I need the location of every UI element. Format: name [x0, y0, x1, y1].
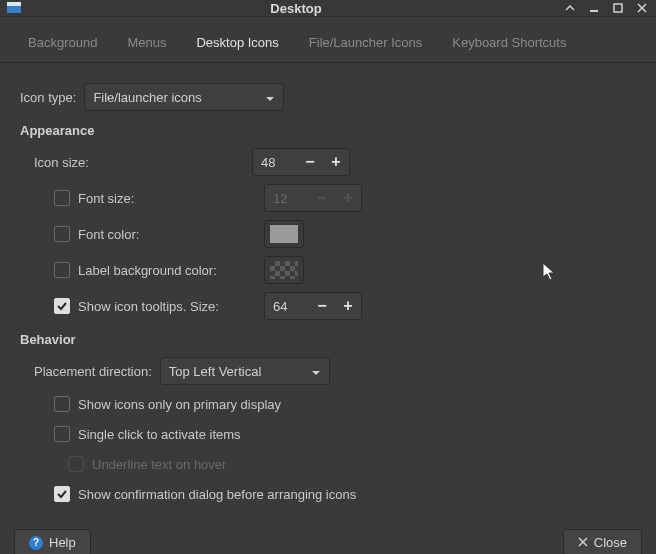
svg-rect-1	[7, 2, 21, 6]
window-title: Desktop	[30, 1, 562, 16]
titlebar: Desktop	[0, 0, 656, 17]
font-color-preview	[270, 225, 298, 243]
primary-display-row: Show icons only on primary display	[20, 389, 636, 419]
icon-size-increment[interactable]: +	[323, 149, 349, 175]
icon-size-spinner[interactable]: 48 − +	[252, 148, 350, 176]
icon-size-value[interactable]: 48	[253, 149, 297, 175]
tooltips-checkbox[interactable]	[54, 298, 70, 314]
tooltips-size-increment[interactable]: +	[335, 293, 361, 319]
tab-keyboard-shortcuts[interactable]: Keyboard Shortcuts	[438, 27, 580, 62]
confirm-arrange-row: Show confirmation dialog before arrangin…	[20, 479, 636, 509]
placement-label: Placement direction:	[34, 364, 152, 379]
maximize-button[interactable]	[610, 0, 626, 16]
font-size-value: 12	[265, 185, 309, 211]
tooltips-size-spinner[interactable]: 64 − +	[264, 292, 362, 320]
single-click-label: Single click to activate items	[78, 427, 241, 442]
font-size-decrement: −	[309, 185, 335, 211]
icon-size-decrement[interactable]: −	[297, 149, 323, 175]
placement-row: Placement direction: Top Left Vertical	[20, 353, 636, 389]
tooltips-size-value[interactable]: 64	[265, 293, 309, 319]
close-button[interactable]	[634, 0, 650, 16]
footer: ? Help Close	[0, 519, 656, 554]
help-icon: ?	[29, 536, 43, 550]
tab-desktop-icons[interactable]: Desktop Icons	[182, 27, 292, 62]
caret-down-icon	[265, 90, 275, 105]
behavior-heading: Behavior	[20, 332, 636, 347]
label-bg-preview	[270, 261, 298, 279]
underline-hover-checkbox	[68, 456, 84, 472]
close-button-label: Close	[594, 535, 627, 550]
font-size-label: Font size:	[78, 191, 256, 206]
close-dialog-button[interactable]: Close	[563, 529, 642, 554]
confirm-arrange-label: Show confirmation dialog before arrangin…	[78, 487, 356, 502]
tooltips-size-decrement[interactable]: −	[309, 293, 335, 319]
label-bg-label: Label background color:	[78, 263, 256, 278]
window-controls	[562, 0, 650, 16]
icon-type-row: Icon type: File/launcher icons	[20, 79, 636, 115]
icon-type-select[interactable]: File/launcher icons	[84, 83, 284, 111]
label-bg-checkbox[interactable]	[54, 262, 70, 278]
svg-rect-3	[614, 4, 622, 12]
label-bg-row: Label background color:	[20, 252, 636, 288]
placement-select[interactable]: Top Left Vertical	[160, 357, 330, 385]
font-size-row: Font size: 12 − +	[20, 180, 636, 216]
font-color-checkbox[interactable]	[54, 226, 70, 242]
icon-type-value: File/launcher icons	[93, 90, 201, 105]
font-color-label: Font color:	[78, 227, 256, 242]
content-area: Icon type: File/launcher icons Appearanc…	[0, 63, 656, 519]
icon-size-row: Icon size: 48 − +	[20, 144, 636, 180]
minimize-button[interactable]	[586, 0, 602, 16]
rollup-button[interactable]	[562, 0, 578, 16]
desktop-settings-window: Desktop Background Menus Desktop Icons F…	[0, 0, 656, 554]
tooltips-label: Show icon tooltips. Size:	[78, 299, 256, 314]
icon-type-label: Icon type:	[20, 90, 76, 105]
label-bg-swatch[interactable]	[264, 256, 304, 284]
font-size-checkbox[interactable]	[54, 190, 70, 206]
help-button-label: Help	[49, 535, 76, 550]
single-click-row: Single click to activate items	[20, 419, 636, 449]
help-button[interactable]: ? Help	[14, 529, 91, 554]
appearance-heading: Appearance	[20, 123, 636, 138]
primary-display-checkbox[interactable]	[54, 396, 70, 412]
confirm-arrange-checkbox[interactable]	[54, 486, 70, 502]
caret-down-icon	[311, 364, 321, 379]
app-icon	[6, 0, 22, 16]
font-color-swatch[interactable]	[264, 220, 304, 248]
font-size-increment: +	[335, 185, 361, 211]
tab-background[interactable]: Background	[14, 27, 111, 62]
tab-file-launcher-icons[interactable]: File/Launcher Icons	[295, 27, 436, 62]
close-icon	[578, 535, 588, 550]
tab-bar: Background Menus Desktop Icons File/Laun…	[0, 17, 656, 63]
single-click-checkbox[interactable]	[54, 426, 70, 442]
underline-hover-row: Underline text on hover	[20, 449, 636, 479]
placement-value: Top Left Vertical	[169, 364, 262, 379]
font-color-row: Font color:	[20, 216, 636, 252]
font-size-spinner: 12 − +	[264, 184, 362, 212]
tab-menus[interactable]: Menus	[113, 27, 180, 62]
underline-hover-label: Underline text on hover	[92, 457, 226, 472]
icon-size-label: Icon size:	[34, 155, 244, 170]
svg-rect-2	[590, 10, 598, 12]
tooltips-row: Show icon tooltips. Size: 64 − +	[20, 288, 636, 324]
primary-display-label: Show icons only on primary display	[78, 397, 281, 412]
